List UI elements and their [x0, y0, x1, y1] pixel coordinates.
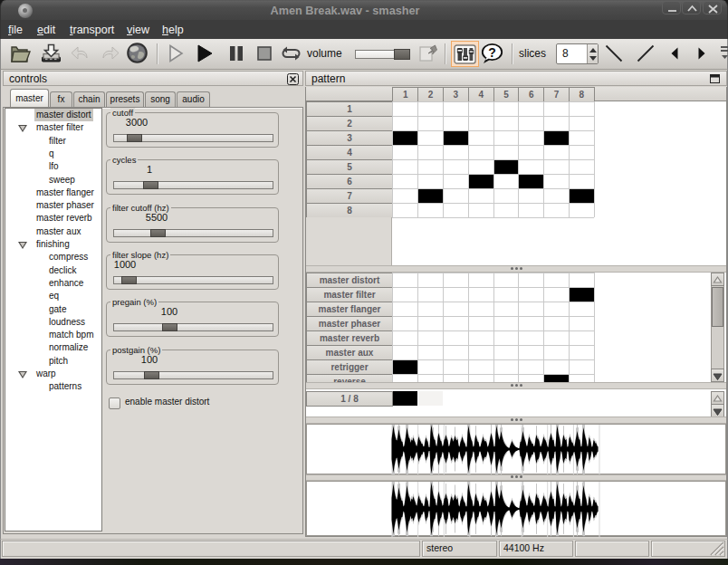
svg-text:?: ?	[488, 45, 496, 60]
